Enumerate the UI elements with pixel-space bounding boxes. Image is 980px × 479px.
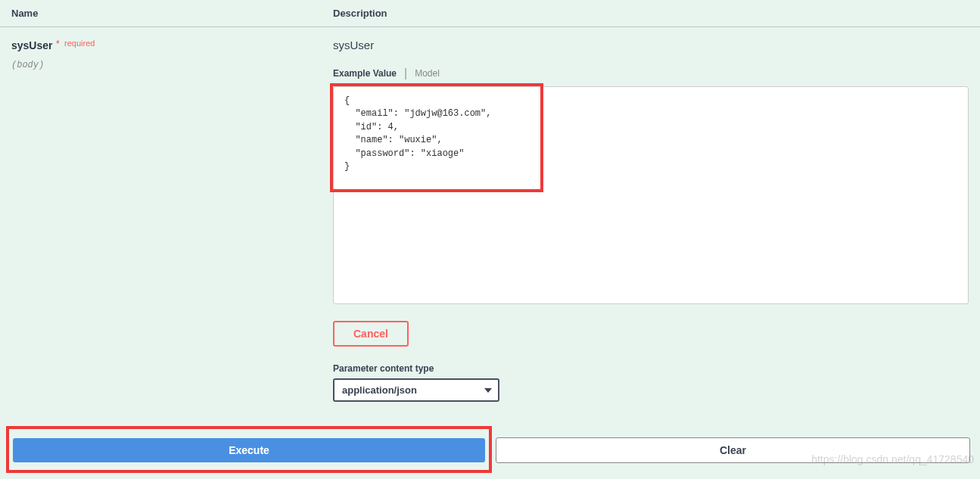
tab-divider: | xyxy=(404,67,407,80)
required-label: required xyxy=(64,39,95,48)
execute-button[interactable]: Execute xyxy=(13,438,485,462)
parameter-name: sysUser xyxy=(11,39,53,51)
tab-model[interactable]: Model xyxy=(415,68,440,79)
parameter-name-column: sysUser * required (body) xyxy=(11,39,333,402)
parameter-description-column: sysUser Example Value | Model Cancel Par… xyxy=(333,39,969,402)
highlight-annotation-execute: Execute xyxy=(6,426,492,473)
column-headers-row: Name Description xyxy=(0,0,980,27)
description-column-header: Description xyxy=(333,8,387,19)
parameter-type: sysUser xyxy=(333,39,969,51)
cancel-button[interactable]: Cancel xyxy=(333,321,409,347)
action-button-bar: Execute Clear xyxy=(6,426,974,473)
content-type-label: Parameter content type xyxy=(333,363,969,374)
body-source-label: (body) xyxy=(11,60,333,70)
request-body-input[interactable] xyxy=(333,86,969,304)
required-star: * xyxy=(56,39,60,49)
clear-button[interactable]: Clear xyxy=(496,437,970,463)
parameter-row: sysUser * required (body) sysUser Exampl… xyxy=(0,27,980,413)
tab-example-value[interactable]: Example Value xyxy=(333,68,397,79)
schema-tabs: Example Value | Model xyxy=(333,67,969,80)
name-column-header: Name xyxy=(11,8,333,19)
content-type-select[interactable]: application/json xyxy=(333,378,499,402)
